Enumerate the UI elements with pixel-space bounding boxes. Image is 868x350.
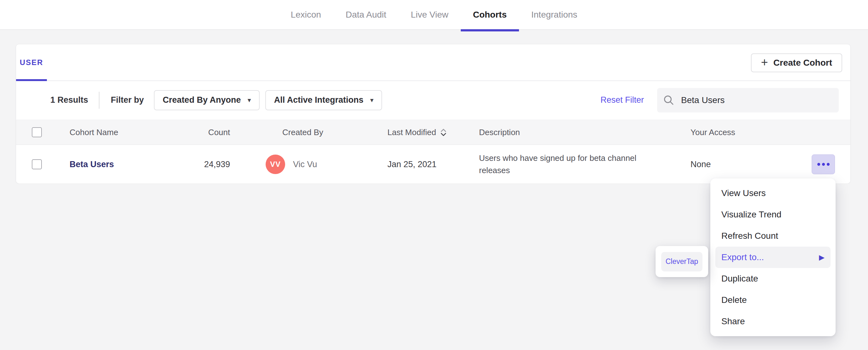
nav-tab-integrations[interactable]: Integrations (519, 0, 589, 29)
create-cohort-label: Create Cohort (773, 58, 832, 68)
search-icon (663, 94, 675, 106)
ellipsis-icon (827, 163, 830, 166)
tab-user[interactable]: USER (16, 44, 47, 80)
export-submenu: CleverTap (656, 246, 708, 277)
select-all-checkbox[interactable] (32, 127, 42, 137)
cohort-type-tab-row: USER + Create Cohort (16, 44, 850, 81)
header-last-modified-label: Last Modified (388, 128, 436, 137)
menu-item-export-to-label: Export to... (721, 252, 764, 262)
more-actions-button[interactable] (812, 154, 835, 174)
ellipsis-icon (817, 163, 820, 166)
sort-icon[interactable] (440, 128, 447, 137)
cohorts-card: USER + Create Cohort 1 Results Filter by… (16, 44, 851, 183)
cohort-name-link[interactable]: Beta Users (69, 160, 114, 169)
created-by-dropdown[interactable]: Created By Anyone ▾ (154, 90, 260, 110)
nav-tab-cohorts[interactable]: Cohorts (461, 0, 519, 29)
menu-item-duplicate[interactable]: Duplicate (715, 268, 831, 289)
submenu-item-clevertap[interactable]: CleverTap (661, 252, 703, 272)
header-last-modified: Last Modified (388, 128, 447, 137)
create-cohort-button[interactable]: + Create Cohort (751, 54, 842, 72)
active-integrations-dropdown[interactable]: All Active Integrations ▾ (265, 90, 382, 110)
reset-filter-link[interactable]: Reset Filter (600, 95, 644, 105)
header-your-access: Your Access (690, 128, 735, 137)
header-created-by: Created By (282, 128, 323, 137)
header-count: Count (151, 128, 230, 137)
plus-icon: + (761, 56, 768, 68)
results-count: 1 Results (50, 95, 88, 105)
header-cohort-name: Cohort Name (69, 128, 118, 137)
tab-user-label: USER (20, 58, 43, 67)
menu-item-delete[interactable]: Delete (715, 289, 831, 311)
row-actions-menu: View Users Visualize Trend Refresh Count… (710, 178, 836, 336)
table-header-row: Cohort Name Count Created By Last Modifi… (16, 120, 850, 145)
submenu-arrow-icon: ▶ (819, 254, 825, 261)
ellipsis-icon (822, 163, 825, 166)
created-by-dropdown-value: Created By Anyone (163, 95, 241, 105)
top-navbar: Lexicon Data Audit Live View Cohorts Int… (0, 0, 868, 30)
table-row: Beta Users 24,939 VV Vic Vu Jan 25, 2021… (16, 145, 850, 183)
cohort-count: 24,939 (151, 160, 230, 169)
nav-tab-data-audit[interactable]: Data Audit (333, 0, 398, 29)
header-description: Description (479, 128, 520, 137)
active-integrations-dropdown-value: All Active Integrations (274, 95, 364, 105)
nav-tab-lexicon[interactable]: Lexicon (279, 0, 334, 29)
filter-bar: 1 Results Filter by Created By Anyone ▾ … (16, 81, 850, 119)
nav-tab-cohorts-label: Cohorts (473, 10, 507, 20)
menu-item-view-users[interactable]: View Users (715, 182, 831, 204)
chevron-down-icon: ▾ (370, 97, 374, 104)
nav-tab-live-view[interactable]: Live View (398, 0, 460, 29)
filter-divider (99, 92, 99, 109)
nav-tabs: Lexicon Data Audit Live View Cohorts Int… (279, 0, 590, 29)
last-modified-date: Jan 25, 2021 (388, 160, 436, 169)
search-input-value: Beta Users (681, 95, 725, 105)
your-access-value: None (690, 160, 711, 169)
filter-by-label: Filter by (111, 95, 144, 105)
menu-item-refresh-count[interactable]: Refresh Count (715, 225, 831, 247)
menu-item-visualize-trend[interactable]: Visualize Trend (715, 204, 831, 225)
search-input[interactable]: Beta Users (657, 88, 839, 112)
creator-name: Vic Vu (293, 160, 317, 169)
chevron-down-icon: ▾ (248, 97, 251, 104)
cohort-description: Users who have signed up for beta channe… (479, 152, 655, 177)
menu-item-share[interactable]: Share (715, 311, 831, 332)
menu-item-export-to[interactable]: Export to... ▶ (715, 247, 831, 268)
row-checkbox[interactable] (32, 159, 42, 169)
avatar: VV (266, 154, 285, 174)
active-tab-underline (461, 29, 519, 31)
